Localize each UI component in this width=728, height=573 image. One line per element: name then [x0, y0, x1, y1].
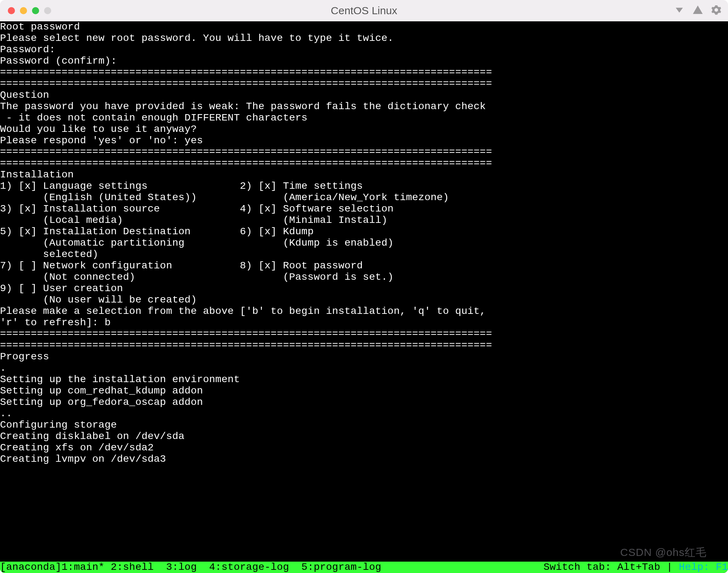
selection-prompt: 'r' to refresh]: b — [0, 317, 728, 328]
tmux-statusbar: [anaconda]1:main* 2:shell 3:log 4:storag… — [0, 562, 728, 573]
menu-item-detail: (Automatic partitioning (Kdump is enable… — [0, 237, 728, 249]
grey-dot-icon — [44, 7, 51, 14]
separator: ========================================… — [0, 328, 728, 340]
section-header: Question — [0, 90, 728, 101]
triangle-down-icon[interactable] — [674, 5, 685, 17]
term-line: - it does not contain enough DIFFERENT c… — [0, 112, 728, 124]
separator: ========================================… — [0, 340, 728, 351]
minimize-icon[interactable] — [20, 7, 27, 14]
term-line: The password you have provided is weak: … — [0, 101, 728, 112]
menu-item: 9) [ ] User creation — [0, 283, 728, 294]
password-prompt: Password: — [0, 44, 728, 55]
yes-no-prompt: Please respond 'yes' or 'no': yes — [0, 135, 728, 146]
progress-line: Creating xfs on /dev/sda2 — [0, 442, 728, 454]
progress-line: . — [0, 363, 728, 374]
statusbar-left: [anaconda]1:main* 2:shell 3:log 4:storag… — [0, 562, 381, 573]
menu-item-detail: selected) — [0, 249, 728, 260]
zoom-icon[interactable] — [32, 7, 39, 14]
terminal[interactable]: Root password Please select new root pas… — [0, 21, 728, 573]
menu-item: 3) [x] Installation source 4) [x] Softwa… — [0, 203, 728, 215]
term-line: Would you like to use it anyway? — [0, 124, 728, 135]
progress-line: Creating disklabel on /dev/sda — [0, 431, 728, 442]
menu-item: 1) [x] Language settings 2) [x] Time set… — [0, 181, 728, 192]
menu-item: 5) [x] Installation Destination 6) [x] K… — [0, 226, 728, 237]
statusbar-help: Help: F1 — [679, 562, 728, 573]
titlebar: CentOS Linux — [0, 0, 728, 21]
gear-icon[interactable] — [711, 5, 722, 17]
menu-item-detail: (Local media) (Minimal Install) — [0, 215, 728, 226]
statusbar-right: Switch tab: Alt+Tab | Help: F1 — [544, 562, 728, 573]
warning-icon[interactable] — [692, 5, 703, 17]
progress-line: Creating lvmpv on /dev/sda3 — [0, 454, 728, 465]
menu-item-detail: (No user will be created) — [0, 294, 728, 306]
progress-line: Setting up the installation environment — [0, 374, 728, 385]
menu-item-detail: (Not connected) (Password is set.) — [0, 272, 728, 283]
separator: ========================================… — [0, 146, 728, 158]
section-header: Installation — [0, 169, 728, 181]
separator: ========================================… — [0, 67, 728, 78]
menu-item: 7) [ ] Network configuration 8) [x] Root… — [0, 260, 728, 272]
selection-prompt: Please make a selection from the above [… — [0, 306, 728, 317]
section-header: Progress — [0, 351, 728, 363]
watermark: CSDN @ohs红毛 — [620, 547, 707, 558]
menu-item-detail: (English (United States)) (America/New_Y… — [0, 192, 728, 203]
statusbar-hint: Switch tab: Alt+Tab | — [544, 562, 679, 573]
term-line: Root password — [0, 21, 728, 33]
progress-line: Configuring storage — [0, 419, 728, 431]
vm-window: CentOS Linux Root password Please select… — [0, 0, 728, 573]
progress-line: Setting up org_fedora_oscap addon — [0, 397, 728, 408]
password-confirm-prompt: Password (confirm): — [0, 55, 728, 67]
window-title: CentOS Linux — [331, 5, 397, 17]
progress-line: Setting up com_redhat_kdump addon — [0, 385, 728, 397]
titlebar-right — [674, 5, 722, 17]
progress-line: .. — [0, 408, 728, 419]
close-icon[interactable] — [8, 7, 15, 14]
term-line: Please select new root password. You wil… — [0, 33, 728, 44]
traffic-lights — [8, 7, 51, 14]
separator: ========================================… — [0, 158, 728, 169]
separator: ========================================… — [0, 78, 728, 90]
